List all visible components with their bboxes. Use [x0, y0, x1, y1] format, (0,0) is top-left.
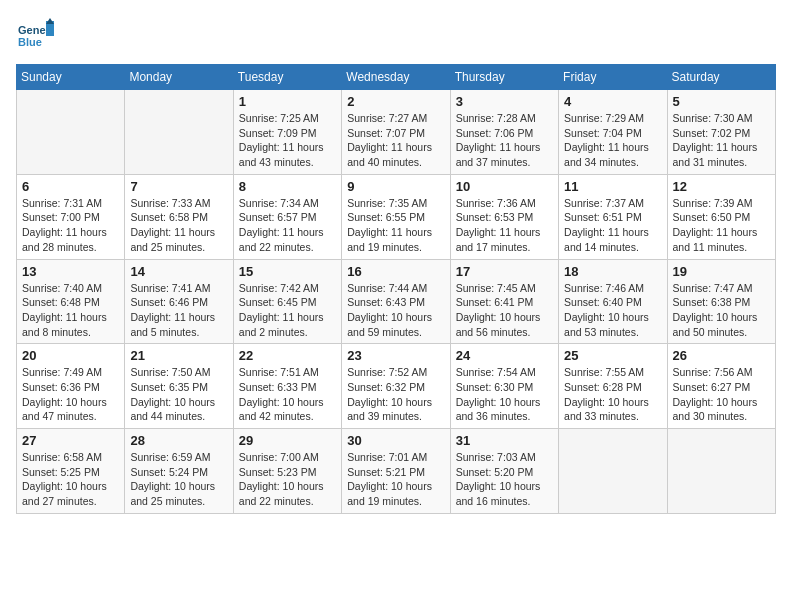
day-number: 12 [673, 179, 770, 194]
header-day-wednesday: Wednesday [342, 65, 450, 90]
calendar-cell: 5Sunrise: 7:30 AMSunset: 7:02 PMDaylight… [667, 90, 775, 175]
day-number: 8 [239, 179, 336, 194]
day-number: 25 [564, 348, 661, 363]
calendar-cell: 25Sunrise: 7:55 AMSunset: 6:28 PMDayligh… [559, 344, 667, 429]
day-number: 2 [347, 94, 444, 109]
day-info: Sunrise: 7:47 AMSunset: 6:38 PMDaylight:… [673, 281, 770, 340]
day-info: Sunrise: 7:31 AMSunset: 7:00 PMDaylight:… [22, 196, 119, 255]
calendar-cell: 2Sunrise: 7:27 AMSunset: 7:07 PMDaylight… [342, 90, 450, 175]
calendar-cell [17, 90, 125, 175]
calendar-week-2: 6Sunrise: 7:31 AMSunset: 7:00 PMDaylight… [17, 174, 776, 259]
calendar-cell: 17Sunrise: 7:45 AMSunset: 6:41 PMDayligh… [450, 259, 558, 344]
day-number: 31 [456, 433, 553, 448]
calendar-cell: 19Sunrise: 7:47 AMSunset: 6:38 PMDayligh… [667, 259, 775, 344]
calendar-cell [559, 429, 667, 514]
calendar-week-4: 20Sunrise: 7:49 AMSunset: 6:36 PMDayligh… [17, 344, 776, 429]
day-info: Sunrise: 7:41 AMSunset: 6:46 PMDaylight:… [130, 281, 227, 340]
day-number: 29 [239, 433, 336, 448]
calendar-cell: 7Sunrise: 7:33 AMSunset: 6:58 PMDaylight… [125, 174, 233, 259]
svg-text:Blue: Blue [18, 36, 42, 48]
calendar-cell [667, 429, 775, 514]
day-info: Sunrise: 7:55 AMSunset: 6:28 PMDaylight:… [564, 365, 661, 424]
day-info: Sunrise: 7:49 AMSunset: 6:36 PMDaylight:… [22, 365, 119, 424]
day-info: Sunrise: 7:29 AMSunset: 7:04 PMDaylight:… [564, 111, 661, 170]
calendar-cell: 23Sunrise: 7:52 AMSunset: 6:32 PMDayligh… [342, 344, 450, 429]
day-number: 27 [22, 433, 119, 448]
day-info: Sunrise: 6:59 AMSunset: 5:24 PMDaylight:… [130, 450, 227, 509]
calendar-cell: 18Sunrise: 7:46 AMSunset: 6:40 PMDayligh… [559, 259, 667, 344]
header-day-monday: Monday [125, 65, 233, 90]
day-info: Sunrise: 7:56 AMSunset: 6:27 PMDaylight:… [673, 365, 770, 424]
day-number: 1 [239, 94, 336, 109]
header-day-tuesday: Tuesday [233, 65, 341, 90]
day-number: 21 [130, 348, 227, 363]
day-number: 10 [456, 179, 553, 194]
calendar-cell: 3Sunrise: 7:28 AMSunset: 7:06 PMDaylight… [450, 90, 558, 175]
calendar-week-1: 1Sunrise: 7:25 AMSunset: 7:09 PMDaylight… [17, 90, 776, 175]
calendar-cell: 1Sunrise: 7:25 AMSunset: 7:09 PMDaylight… [233, 90, 341, 175]
day-number: 19 [673, 264, 770, 279]
day-number: 9 [347, 179, 444, 194]
day-info: Sunrise: 7:44 AMSunset: 6:43 PMDaylight:… [347, 281, 444, 340]
page-header: General Blue [16, 16, 776, 54]
day-number: 24 [456, 348, 553, 363]
header-day-friday: Friday [559, 65, 667, 90]
day-number: 15 [239, 264, 336, 279]
calendar-cell: 24Sunrise: 7:54 AMSunset: 6:30 PMDayligh… [450, 344, 558, 429]
calendar-cell: 14Sunrise: 7:41 AMSunset: 6:46 PMDayligh… [125, 259, 233, 344]
day-info: Sunrise: 7:30 AMSunset: 7:02 PMDaylight:… [673, 111, 770, 170]
calendar-table: SundayMondayTuesdayWednesdayThursdayFrid… [16, 64, 776, 514]
calendar-cell: 8Sunrise: 7:34 AMSunset: 6:57 PMDaylight… [233, 174, 341, 259]
day-number: 18 [564, 264, 661, 279]
day-info: Sunrise: 7:33 AMSunset: 6:58 PMDaylight:… [130, 196, 227, 255]
day-number: 7 [130, 179, 227, 194]
day-info: Sunrise: 7:39 AMSunset: 6:50 PMDaylight:… [673, 196, 770, 255]
header-day-thursday: Thursday [450, 65, 558, 90]
day-info: Sunrise: 7:50 AMSunset: 6:35 PMDaylight:… [130, 365, 227, 424]
calendar-cell: 11Sunrise: 7:37 AMSunset: 6:51 PMDayligh… [559, 174, 667, 259]
calendar-cell: 29Sunrise: 7:00 AMSunset: 5:23 PMDayligh… [233, 429, 341, 514]
calendar-cell: 28Sunrise: 6:59 AMSunset: 5:24 PMDayligh… [125, 429, 233, 514]
day-info: Sunrise: 7:45 AMSunset: 6:41 PMDaylight:… [456, 281, 553, 340]
day-number: 28 [130, 433, 227, 448]
day-number: 14 [130, 264, 227, 279]
day-number: 6 [22, 179, 119, 194]
day-number: 16 [347, 264, 444, 279]
header-day-sunday: Sunday [17, 65, 125, 90]
day-number: 3 [456, 94, 553, 109]
day-number: 13 [22, 264, 119, 279]
day-info: Sunrise: 7:00 AMSunset: 5:23 PMDaylight:… [239, 450, 336, 509]
day-info: Sunrise: 7:40 AMSunset: 6:48 PMDaylight:… [22, 281, 119, 340]
day-number: 5 [673, 94, 770, 109]
calendar-cell: 16Sunrise: 7:44 AMSunset: 6:43 PMDayligh… [342, 259, 450, 344]
calendar-body: 1Sunrise: 7:25 AMSunset: 7:09 PMDaylight… [17, 90, 776, 514]
calendar-week-3: 13Sunrise: 7:40 AMSunset: 6:48 PMDayligh… [17, 259, 776, 344]
day-number: 30 [347, 433, 444, 448]
calendar-cell: 22Sunrise: 7:51 AMSunset: 6:33 PMDayligh… [233, 344, 341, 429]
day-info: Sunrise: 7:36 AMSunset: 6:53 PMDaylight:… [456, 196, 553, 255]
calendar-cell: 4Sunrise: 7:29 AMSunset: 7:04 PMDaylight… [559, 90, 667, 175]
calendar-cell [125, 90, 233, 175]
day-info: Sunrise: 7:51 AMSunset: 6:33 PMDaylight:… [239, 365, 336, 424]
day-info: Sunrise: 7:01 AMSunset: 5:21 PMDaylight:… [347, 450, 444, 509]
day-number: 26 [673, 348, 770, 363]
calendar-week-5: 27Sunrise: 6:58 AMSunset: 5:25 PMDayligh… [17, 429, 776, 514]
day-info: Sunrise: 7:03 AMSunset: 5:20 PMDaylight:… [456, 450, 553, 509]
day-info: Sunrise: 7:35 AMSunset: 6:55 PMDaylight:… [347, 196, 444, 255]
calendar-cell: 21Sunrise: 7:50 AMSunset: 6:35 PMDayligh… [125, 344, 233, 429]
logo: General Blue [16, 16, 58, 54]
day-info: Sunrise: 7:42 AMSunset: 6:45 PMDaylight:… [239, 281, 336, 340]
calendar-cell: 13Sunrise: 7:40 AMSunset: 6:48 PMDayligh… [17, 259, 125, 344]
day-info: Sunrise: 7:28 AMSunset: 7:06 PMDaylight:… [456, 111, 553, 170]
calendar-header-row: SundayMondayTuesdayWednesdayThursdayFrid… [17, 65, 776, 90]
day-number: 20 [22, 348, 119, 363]
day-info: Sunrise: 7:25 AMSunset: 7:09 PMDaylight:… [239, 111, 336, 170]
day-info: Sunrise: 7:52 AMSunset: 6:32 PMDaylight:… [347, 365, 444, 424]
day-info: Sunrise: 7:54 AMSunset: 6:30 PMDaylight:… [456, 365, 553, 424]
calendar-cell: 15Sunrise: 7:42 AMSunset: 6:45 PMDayligh… [233, 259, 341, 344]
day-number: 11 [564, 179, 661, 194]
day-info: Sunrise: 7:37 AMSunset: 6:51 PMDaylight:… [564, 196, 661, 255]
day-info: Sunrise: 7:46 AMSunset: 6:40 PMDaylight:… [564, 281, 661, 340]
calendar-cell: 31Sunrise: 7:03 AMSunset: 5:20 PMDayligh… [450, 429, 558, 514]
header-day-saturday: Saturday [667, 65, 775, 90]
